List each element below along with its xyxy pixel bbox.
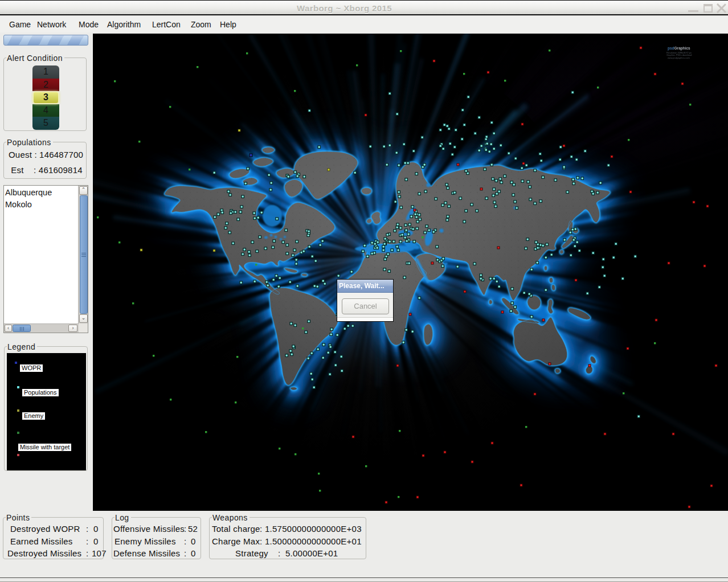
svg-text:www.psdgraphics.com: www.psdgraphics.com (668, 56, 690, 59)
svg-text:psdGraphics: psdGraphics (668, 46, 690, 51)
